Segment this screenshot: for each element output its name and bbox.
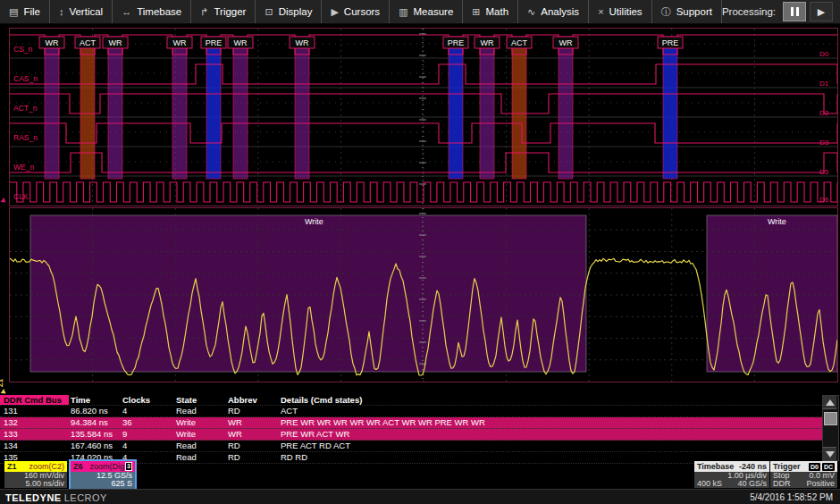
cmd-bar-wr (559, 37, 573, 179)
cmd-bar-wr (233, 37, 248, 179)
cell-state: Read (174, 406, 226, 416)
play-icon: ▶ (818, 6, 825, 18)
cmd-bar-pre (663, 37, 677, 179)
trigger-descriptor-box[interactable]: Trigger D0 DC Stop 0.0 mV DDR Positive (770, 461, 837, 488)
table-row[interactable]: 133135.584 ns9WriteWRPRE WR ACT WR (0, 429, 824, 441)
cell-time: 167.460 ns (69, 441, 121, 451)
math-icon: ⊞ (472, 6, 480, 18)
scroll-thumb[interactable] (824, 412, 837, 425)
clk-trace (10, 182, 837, 202)
menu-vertical[interactable]: ↕Vertical (50, 0, 113, 23)
menu-label: Utilities (609, 6, 643, 17)
table-row[interactable]: 13294.384 ns36WriteWRPRE WR WR WR WR WR … (0, 417, 824, 429)
menu-support[interactable]: ⓘSupport (652, 0, 722, 23)
cmd-label: ACT (80, 38, 97, 47)
analog-zoom-panel[interactable]: WriteWrite (9, 207, 838, 382)
cell-state: Read (174, 452, 226, 463)
channel-label: CLK (13, 192, 29, 201)
channel-label: WE_n (13, 163, 34, 172)
analog-waveform: WriteWrite (10, 208, 837, 382)
menu-display[interactable]: ⊡Display (256, 0, 322, 23)
status-bar: TELEDYNELECROY 5/4/2016 1:58:52 PM (0, 489, 840, 504)
table-header-row: DDR Cmd BusTimeClocksStateAbbrevDetails … (0, 395, 824, 406)
cmd-bar-wr (295, 37, 309, 179)
column-header: Clocks (121, 395, 174, 405)
cell-id: 131 (0, 406, 69, 416)
file-icon: ▤ (9, 6, 18, 18)
measure-icon: ▥ (399, 6, 407, 18)
cell-clocks: 36 (121, 417, 174, 428)
menu-file[interactable]: ▤File (0, 0, 50, 23)
table-scrollbar[interactable] (822, 395, 839, 461)
cell-time: 94.384 ns (69, 417, 121, 428)
menu-math[interactable]: ⊞Math (463, 0, 518, 23)
cmd-bar-pre (449, 37, 463, 179)
menu-cursors[interactable]: ▶Cursors (322, 0, 390, 23)
cmd-bar-wr (108, 37, 122, 179)
menu-label: Support (676, 6, 712, 17)
menu-timebase[interactable]: ↔Timebase (113, 0, 191, 23)
pause-button[interactable] (783, 2, 806, 21)
menu-analysis[interactable]: ∿Analysis (518, 0, 589, 23)
display-icon: ⊡ (265, 6, 273, 18)
cmd-label: WR (296, 38, 309, 47)
brand-light: LECROY (64, 492, 107, 503)
cmd-bar-wr (172, 37, 187, 179)
table-corner-cell: DDR Cmd Bus (0, 395, 69, 405)
z6-samples: 625 S (73, 480, 132, 488)
cell-id: 132 (0, 417, 69, 428)
digital-bus-badge: 3 (125, 462, 132, 471)
cell-abbrev: WR (226, 417, 279, 428)
scroll-up-button[interactable] (823, 396, 836, 409)
cmd-bar-act (512, 37, 526, 179)
timebase-samplerate: 40 GS/s (737, 480, 767, 488)
menu-trigger[interactable]: ↱Trigger (191, 0, 256, 23)
digital-trace-marker-icon (1, 197, 8, 205)
table-row[interactable]: 134167.460 ns4ReadRDPRE ACT RD ACT (0, 441, 824, 452)
menu-label: Display (279, 6, 313, 17)
timebase-descriptor-box[interactable]: Timebase-240 ns 1.00 µs/div 400 kS 40 GS… (694, 461, 769, 488)
play-button[interactable]: ▶ (810, 2, 833, 21)
cell-id: 134 (0, 441, 69, 451)
bus-line-label: D1 (819, 80, 829, 88)
cursors-icon: ▶ (331, 6, 338, 18)
menu-label: Vertical (69, 6, 103, 17)
trigger-source-badge: D0 (809, 463, 820, 471)
pause-icon (791, 7, 794, 16)
menu-label: Timebase (137, 6, 181, 17)
cmd-label: PRE (448, 38, 465, 47)
z6-descriptor-box[interactable]: Z6 zoom(Dig3 12.5 GS/s 625 S (69, 459, 137, 491)
cell-state: Write (174, 417, 226, 428)
cell-details: PRE ACT RD ACT (279, 441, 824, 451)
menu-right-controls: Processing: ▶ Gesture Undo ↶ (722, 1, 840, 23)
z1-descriptor-box[interactable]: Z1zoom(C2) 160 mV/div 5.00 ns/div (4, 461, 67, 488)
menu-utilities[interactable]: ×Utilities (589, 0, 652, 23)
menu-label: File (23, 6, 40, 17)
cmd-label: PRE (206, 38, 223, 47)
table-row[interactable]: 13186.820 ns4ReadRDACT (0, 406, 824, 417)
oscilloscope-screen: ▤File↕Vertical↔Timebase↱Trigger⊡Display▶… (0, 0, 840, 504)
bus-line-label: D6 (819, 196, 829, 204)
cmd-label: WR (559, 38, 573, 47)
menu-label: Measure (414, 6, 454, 17)
digital-decode-panel[interactable]: CS_nD0CAS_nD1ACT_nD2RAS_nD3WE_nD5CLKD6WR… (9, 28, 838, 206)
menu-measure[interactable]: ▥Measure (390, 0, 463, 23)
timebase-icon: ↔ (122, 6, 131, 17)
column-header: Details (Cmd states) (279, 395, 824, 405)
cell-clocks: 4 (121, 441, 174, 451)
scroll-down-button[interactable] (823, 447, 836, 460)
utilities-icon: × (598, 6, 603, 17)
cell-abbrev: RD (226, 406, 279, 416)
trigger-icon: ↱ (200, 6, 208, 18)
trigger-slope: Positive (806, 480, 835, 488)
cell-details: ACT (279, 406, 824, 416)
trigger-type: DDR (773, 480, 791, 488)
cmd-label: ACT (511, 38, 528, 47)
cmd-label: PRE (662, 38, 679, 47)
bus-line-label: D2 (819, 109, 829, 117)
cmd-bar-pre (206, 37, 221, 179)
menu-bar: ▤File↕Vertical↔Timebase↱Trigger⊡Display▶… (0, 0, 840, 24)
cell-abbrev: RD (226, 452, 279, 463)
cell-state: Write (174, 429, 226, 440)
arrow-down-icon (826, 451, 835, 458)
